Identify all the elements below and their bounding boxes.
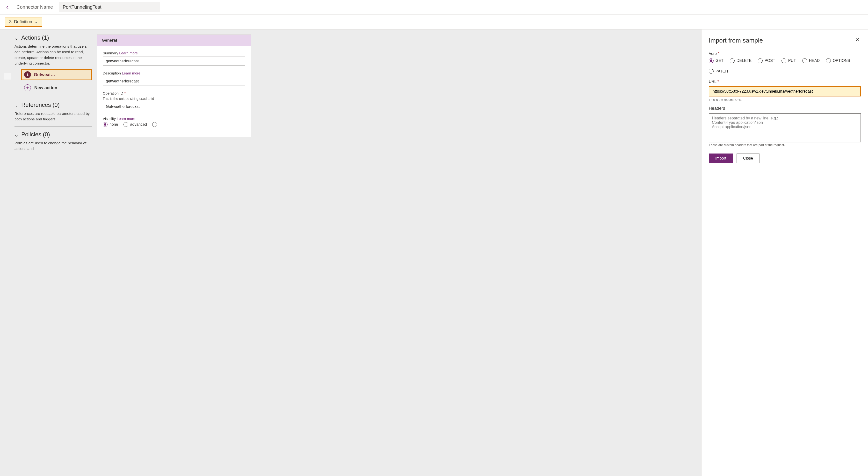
visibility-learn-more[interactable]: Learn more	[117, 117, 135, 121]
actions-description: Actions determine the operations that us…	[14, 43, 92, 66]
verb-options-label: OPTIONS	[833, 59, 850, 63]
action-item-name: Getweat…	[34, 72, 81, 77]
operation-id-label: Operation ID	[103, 91, 123, 95]
radio-icon	[709, 58, 714, 63]
verb-label: Verb	[709, 52, 717, 56]
url-label: URL	[709, 80, 716, 84]
radio-icon	[826, 58, 831, 63]
connector-name-input[interactable]	[59, 2, 160, 12]
divider	[14, 126, 92, 127]
headers-label: Headers	[709, 106, 725, 111]
close-icon[interactable]	[855, 37, 861, 42]
radio-icon	[802, 58, 807, 63]
verb-radio-head[interactable]: HEAD	[802, 58, 820, 63]
verb-radio-patch[interactable]: PATCH	[709, 69, 728, 74]
action-index-badge: 1	[24, 71, 31, 78]
verb-get-label: GET	[715, 59, 723, 63]
verb-post-label: POST	[765, 59, 775, 63]
required-asterisk: *	[124, 91, 126, 95]
references-title: References (0)	[21, 101, 60, 108]
back-button[interactable]	[5, 4, 11, 10]
policies-title: Policies (0)	[21, 131, 50, 138]
verb-radio-post[interactable]: POST	[758, 58, 775, 63]
actions-title: Actions (1)	[21, 34, 49, 41]
verb-radio-delete[interactable]: DELETE	[730, 58, 751, 63]
import-button[interactable]: Import	[709, 153, 733, 163]
step-dropdown[interactable]: 3. Definition	[5, 17, 42, 27]
visibility-radio-none[interactable]: none	[103, 122, 118, 127]
new-action-button[interactable]: + New action	[22, 83, 92, 93]
visibility-none-label: none	[110, 122, 118, 127]
radio-icon	[709, 69, 714, 74]
summary-learn-more[interactable]: Learn more	[119, 51, 138, 55]
url-help: This is the request URL.	[709, 98, 861, 101]
verb-radio-get[interactable]: GET	[709, 58, 723, 63]
connector-name-label: Connector Name	[17, 4, 53, 10]
radio-icon	[103, 122, 107, 127]
visibility-label: Visibility	[103, 117, 116, 121]
verb-patch-label: PATCH	[715, 69, 728, 73]
policies-description: Policies are used to change the behavior…	[14, 140, 92, 152]
summary-input[interactable]	[103, 57, 245, 66]
summary-label: Summary	[103, 51, 118, 55]
radio-icon	[758, 58, 763, 63]
radio-icon	[152, 122, 157, 127]
references-section-toggle[interactable]: References (0)	[14, 101, 92, 108]
radio-icon	[123, 122, 128, 127]
radio-icon	[730, 58, 735, 63]
action-checkbox[interactable]	[4, 73, 11, 80]
references-description: References are reusable parameters used …	[14, 111, 92, 122]
actions-section-toggle[interactable]: Actions (1)	[14, 34, 92, 41]
chevron-down-icon	[14, 132, 19, 136]
radio-icon	[781, 58, 786, 63]
action-item[interactable]: 1 Getweat… ···	[21, 69, 92, 80]
chevron-down-icon	[14, 36, 19, 40]
policies-section-toggle[interactable]: Policies (0)	[14, 131, 92, 138]
visibility-radio-more[interactable]	[152, 122, 157, 127]
operation-id-input[interactable]	[103, 102, 245, 111]
operation-id-help: This is the unique string used to id	[103, 97, 245, 100]
step-label: 3. Definition	[9, 19, 32, 24]
plus-icon: +	[24, 84, 31, 91]
required-asterisk: *	[718, 52, 719, 56]
headers-help: These are custom headers that are part o…	[709, 143, 861, 147]
description-label: Description	[103, 71, 121, 75]
visibility-radio-advanced[interactable]: advanced	[123, 122, 147, 127]
description-input[interactable]	[103, 77, 245, 86]
required-asterisk: *	[717, 80, 719, 84]
url-input[interactable]	[709, 86, 861, 96]
new-action-label: New action	[34, 85, 57, 90]
close-button[interactable]: Close	[737, 153, 760, 163]
chevron-down-icon	[35, 20, 38, 24]
action-item-menu[interactable]: ···	[84, 72, 89, 77]
verb-radio-put[interactable]: PUT	[781, 58, 796, 63]
verb-delete-label: DELETE	[737, 59, 751, 63]
verb-radio-options[interactable]: OPTIONS	[826, 58, 850, 63]
panel-title: Import from sample	[709, 37, 861, 44]
general-header: General	[97, 35, 251, 46]
verb-put-label: PUT	[788, 59, 796, 63]
chevron-down-icon	[14, 103, 19, 107]
verb-head-label: HEAD	[809, 59, 820, 63]
visibility-advanced-label: advanced	[130, 122, 147, 127]
description-learn-more[interactable]: Learn more	[122, 71, 141, 75]
headers-textarea[interactable]	[709, 113, 861, 142]
